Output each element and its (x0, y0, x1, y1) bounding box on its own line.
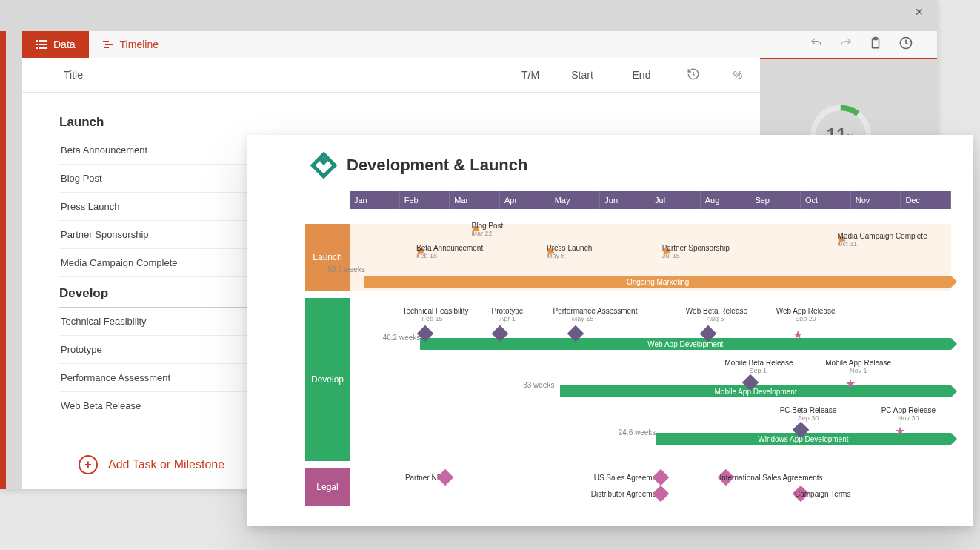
milestone-label: Campaign Terms (795, 490, 850, 498)
month-cell: Nov (851, 191, 901, 209)
task-bar[interactable]: Ongoing Marketing (364, 276, 951, 288)
svg-rect-4 (36, 47, 38, 49)
milestone[interactable]: Partner NDAs (439, 471, 451, 483)
plus-icon: + (79, 455, 98, 474)
milestone-label: Media Campaign CompleteOct 31 (838, 232, 927, 248)
milestone[interactable]: Media Campaign CompleteOct 31 (838, 236, 848, 243)
month-header: JanFebMarAprMayJunJulAugSepOctNovDec (350, 191, 951, 209)
toolbar-actions (810, 36, 937, 53)
timeline-title: Development & Launch (347, 156, 527, 175)
milestone[interactable]: Partner SponsorshipJul 15 (662, 248, 673, 255)
col-start: Start (553, 69, 612, 81)
tab-data-label: Data (53, 39, 76, 50)
month-cell: Jan (350, 191, 400, 209)
col-history-icon (671, 67, 716, 83)
list-icon (36, 39, 47, 50)
month-cell: Dec (901, 191, 951, 209)
milestone[interactable]: International Sales Agreements (720, 471, 732, 483)
swimlane-launch: Launch (305, 224, 350, 291)
diamond-icon (652, 469, 669, 486)
add-task-bar[interactable]: + Add Task or Milestone + (79, 455, 224, 474)
milestone[interactable]: Press LaunchMay 6 (547, 248, 557, 255)
logo-icon (310, 152, 338, 179)
diamond-icon (436, 469, 453, 486)
milestone-label: Beta AnnouncementFeb 18 (416, 244, 483, 259)
milestone-label: Mobile App ReleaseNov 1 (825, 359, 892, 374)
timeline-preview-card: Development & Launch JanFebMarAprMayJunJ… (247, 135, 973, 526)
star-icon: ★ (793, 328, 803, 342)
milestone-label: Partner SponsorshipJul 15 (662, 244, 730, 259)
milestone-label: Web Beta ReleaseAug 5 (686, 307, 745, 322)
milestone[interactable]: Blog PostMar 22 (472, 225, 482, 233)
milestone[interactable]: Beta AnnouncementFeb 18 (416, 248, 427, 255)
milestone[interactable]: Campaign Terms (795, 488, 807, 500)
duration-label: 33 weeks (523, 381, 554, 389)
month-cell: May (550, 191, 601, 209)
star-icon: ★ (845, 377, 856, 391)
svg-rect-5 (39, 47, 47, 49)
swimlane-legal: Legal (305, 468, 350, 506)
task-bar[interactable]: Mobile App Development (560, 385, 951, 397)
milestone-label: Technical FeasibilityFeb 15 (403, 307, 462, 322)
svg-rect-0 (36, 40, 38, 42)
month-cell: Oct (801, 191, 851, 209)
month-cell: Jul (650, 191, 701, 209)
duration-label: 46.2 weeks (383, 334, 421, 342)
history-icon[interactable] (899, 36, 913, 53)
milestone[interactable]: Distributor Agreements (655, 488, 667, 500)
month-cell: Jun (600, 191, 650, 209)
duration-label: 24.6 weeks (619, 428, 656, 437)
duration-label: 50.6 weeks (327, 265, 365, 274)
month-cell: Aug (701, 191, 751, 209)
milestone-label: PC App ReleaseNov 30 (875, 406, 941, 422)
clipboard-icon[interactable] (869, 36, 882, 53)
milestone-label: PC Beta ReleaseSep 30 (775, 406, 841, 422)
swimlane-develop: Develop (305, 298, 350, 461)
undo-icon[interactable] (810, 36, 823, 53)
col-tm: T/M (508, 69, 553, 81)
milestone-label: International Sales Agreements (720, 474, 823, 482)
month-cell: Feb (400, 191, 450, 209)
milestone-label: Web App ReleaseSep 29 (776, 307, 836, 322)
close-icon[interactable]: ✕ (915, 6, 924, 18)
month-cell: Mar (450, 191, 500, 209)
timeline-title-row: Development & Launch (247, 135, 973, 175)
svg-rect-1 (39, 40, 47, 42)
column-header-row: Title T/M Start End % (22, 58, 760, 93)
gantt-chart: JanFebMarAprMayJunJulAugSepOctNovDec Lau… (305, 191, 951, 507)
milestone[interactable]: US Sales Agreements (655, 471, 667, 483)
month-cell: Sep (750, 191, 801, 209)
milestone-label: Blog PostMar 22 (472, 222, 504, 237)
accent-bar (0, 31, 6, 489)
group-header[interactable]: Launch (59, 106, 289, 134)
month-cell: Apr (500, 191, 550, 209)
star-icon: ★ (895, 424, 905, 438)
toolbar: Data Timeline (22, 31, 937, 59)
add-task-label: Add Task or Milestone (108, 458, 224, 471)
milestone-label: Performance AssessmentMay 15 (553, 307, 613, 322)
tab-data[interactable]: Data (22, 31, 89, 58)
timeline-icon (102, 39, 114, 50)
redo-icon[interactable] (839, 36, 853, 53)
svg-rect-7 (105, 44, 113, 45)
col-percent: % (716, 69, 760, 81)
svg-rect-6 (103, 41, 109, 42)
tab-timeline[interactable]: Timeline (89, 31, 172, 58)
col-end: End (612, 69, 671, 81)
tab-timeline-label: Timeline (120, 39, 159, 50)
col-title: Title (22, 69, 508, 81)
svg-rect-8 (104, 47, 109, 48)
milestone-label: Press LaunchMay 6 (547, 244, 592, 259)
diamond-icon (652, 486, 669, 503)
milestone-label: PrototypeApr 1 (478, 307, 537, 322)
svg-rect-2 (36, 44, 38, 45)
milestone-label: Mobile Beta ReleaseSep 1 (724, 359, 791, 374)
svg-rect-3 (39, 44, 47, 45)
